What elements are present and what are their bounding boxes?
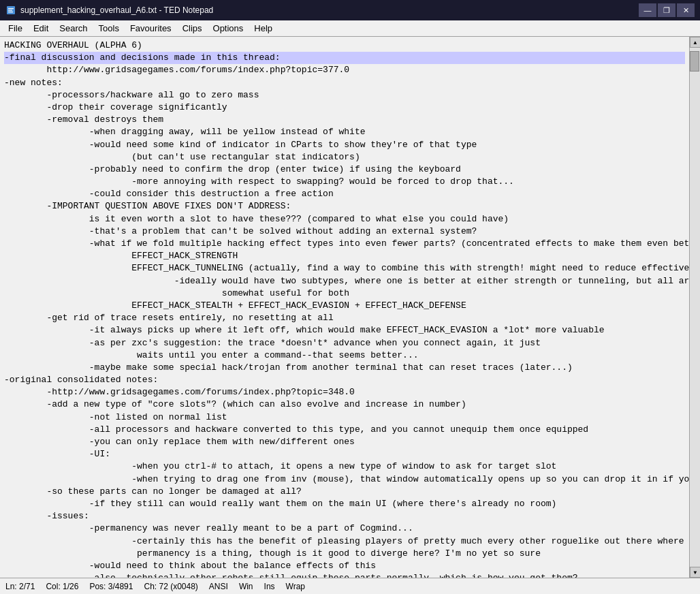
status-pos: Pos: 3/4891 <box>89 582 133 591</box>
menu-item-favourites[interactable]: Favourites <box>125 20 177 36</box>
menu-item-clips[interactable]: Clips <box>177 20 208 36</box>
vertical-scrollbar[interactable]: ▲ ▼ <box>689 37 700 578</box>
menu-item-options[interactable]: Options <box>208 20 249 36</box>
svg-rect-3 <box>8 12 13 12</box>
menu-item-tools[interactable]: Tools <box>93 20 125 36</box>
menu-item-search[interactable]: Search <box>54 20 93 36</box>
status-bar: Ln: 2/71 Col: 1/26 Pos: 3/4891 Ch: 72 (x… <box>0 578 700 594</box>
close-button[interactable]: ✕ <box>677 3 695 17</box>
editor-content[interactable]: HACKING OVERHAUL (ALPHA 6) -final discus… <box>0 37 689 578</box>
title-bar: supplement_hacking_overhaul_A6.txt - TED… <box>0 0 700 20</box>
window-controls: — ❐ ✕ <box>639 3 695 17</box>
status-win: Win <box>239 582 253 591</box>
status-ins: Ins <box>264 582 275 591</box>
svg-rect-2 <box>8 10 12 11</box>
status-wrap: Wrap <box>286 582 305 591</box>
status-col: Col: 1/26 <box>46 582 78 591</box>
status-encoding: ANSI <box>209 582 228 591</box>
editor-container: HACKING OVERHAUL (ALPHA 6) -final discus… <box>0 37 700 578</box>
menu-item-file[interactable]: File <box>3 20 28 36</box>
menu-bar: FileEditSearchToolsFavouritesClipsOption… <box>0 20 700 37</box>
status-ch: Ch: 72 (x0048) <box>144 582 197 591</box>
scroll-down-button[interactable]: ▼ <box>690 567 700 578</box>
minimize-button[interactable]: — <box>639 3 656 17</box>
menu-item-help[interactable]: Help <box>249 20 278 36</box>
svg-rect-1 <box>8 8 14 9</box>
maximize-button[interactable]: ❐ <box>658 3 675 17</box>
app-icon <box>5 5 16 16</box>
scrollbar-thumb[interactable] <box>690 51 699 72</box>
status-ln: Ln: 2/71 <box>5 582 35 591</box>
menu-item-edit[interactable]: Edit <box>28 20 54 36</box>
scrollbar-track[interactable] <box>690 48 700 567</box>
window-title: supplement_hacking_overhaul_A6.txt - TED… <box>20 5 635 15</box>
scroll-up-button[interactable]: ▲ <box>690 37 700 48</box>
